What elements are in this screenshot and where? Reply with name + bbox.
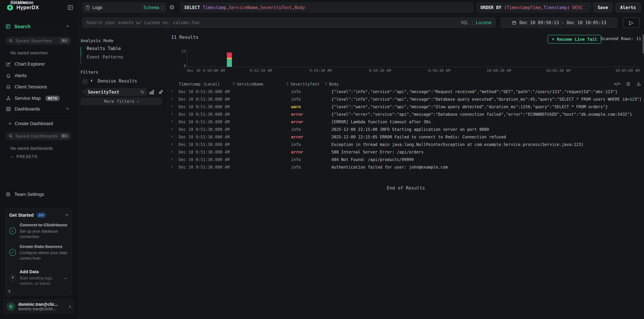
chevron-up-icon[interactable] [66, 25, 69, 28]
row-expand-icon[interactable] [170, 151, 172, 152]
expand-filter-icon[interactable] [82, 91, 84, 92]
gear-icon: ⚙ [6, 192, 10, 197]
download-icon[interactable] [636, 81, 641, 86]
severity-filter-field[interactable]: SeverityText [86, 88, 147, 96]
create-dashboard-button[interactable]: + Create Dashboard [0, 119, 79, 128]
scrollbar-thumb[interactable] [643, 34, 644, 54]
table-row[interactable]: Dec 10 9:51:30.000 AM info 2025-12-09 22… [168, 126, 644, 133]
sidebar-item-team-settings[interactable]: ⚙ Team Settings [0, 190, 79, 199]
sql-select-input[interactable]: SELECT Timestamp,ServiceName,SeverityTex… [180, 2, 473, 12]
save-button[interactable]: Save [593, 2, 612, 12]
severity-cell: info [291, 157, 330, 162]
gear-icon[interactable]: ⚙ [169, 4, 174, 10]
date-range-value: Dec 10 09:50:13 - Dec 10 10:05:13 [520, 20, 606, 25]
chevron-up-icon[interactable] [66, 214, 68, 217]
team-settings-label: Team Settings [14, 192, 44, 197]
date-range-picker[interactable]: Dec 10 09:50:13 - Dec 10 10:05:13 [500, 17, 618, 28]
table-row[interactable]: Dec 10 9:51:30.000 AM info 404 Not Found… [168, 156, 644, 163]
pin-icon[interactable] [158, 89, 164, 95]
histogram-bar[interactable] [227, 51, 232, 67]
row-expand-icon[interactable] [170, 128, 172, 130]
severity-cell: info [291, 97, 330, 102]
table-row[interactable]: Dec 10 9:51:30.000 AM error 2025-12-09 2… [168, 133, 644, 141]
profile-name: dominic.tran@clic... [18, 302, 69, 307]
header-label: ServiceName [237, 82, 264, 86]
row-expand-icon[interactable] [170, 98, 172, 100]
timestamp-cell: Dec 10 9:51:30.000 AM [179, 112, 234, 117]
table-row[interactable]: Dec 10 9:51:30.000 AM error [ERROR] Lamb… [168, 118, 644, 126]
denoise-checkbox[interactable] [83, 79, 87, 84]
drag-handle-icon[interactable]: ⠿ [325, 82, 327, 86]
log-table: Timestamp (Local) ⠿ ServiceName ⠿ Severi… [168, 80, 644, 171]
table-row[interactable]: Dec 10 9:51:30.000 AM info {"level":"inf… [168, 88, 644, 95]
help-button[interactable]: ? [5, 288, 14, 297]
severity-cell: info [291, 89, 330, 94]
order-by-input[interactable]: ORDER BY (TimestampTime, Timestamp) DESC [476, 2, 591, 12]
alerts-button[interactable]: Alerts [616, 2, 641, 12]
mode-sql[interactable]: SQL [460, 20, 468, 25]
sidebar-item-service-map[interactable]: Service Map BETA [0, 94, 79, 103]
more-filters-button[interactable]: More filters [80, 98, 162, 105]
get-started-item-add-data[interactable]: 3 Add Data Start sending logs, metrics, … [9, 269, 68, 286]
bar-chart-icon[interactable] [149, 89, 154, 95]
collapse-sidebar-icon[interactable] [67, 4, 74, 11]
get-started-item-sources[interactable]: ✓ Create Data Sources Configure where yo… [9, 244, 68, 261]
x-tick-mark [439, 67, 440, 68]
run-query-button[interactable]: ▷ [623, 17, 640, 28]
table-row[interactable]: Dec 10 9:51:30.000 AM warn {"level":"war… [168, 103, 644, 110]
row-expand-icon[interactable] [170, 166, 172, 168]
presets-toggle[interactable]: PRESETS [0, 153, 79, 161]
row-expand-icon[interactable] [170, 113, 172, 115]
row-expand-icon[interactable] [170, 90, 172, 92]
body-cell: 404 Not Found: /api/products/99999 [332, 157, 641, 162]
table-row[interactable]: Dec 10 9:51:30.000 AM info Authenticatio… [168, 163, 644, 171]
source-select[interactable]: Logs Schema [82, 2, 166, 12]
x-tick-label: 9:58:30 AM [428, 68, 450, 73]
table-header: Timestamp (Local) ⠿ ServiceName ⠿ Severi… [168, 80, 644, 88]
code-view-icon[interactable]: </> [614, 81, 620, 86]
step-number-badge: 3 [9, 274, 16, 281]
get-started-item-connect[interactable]: ✓ Connect to ClickHouse Set up your data… [9, 222, 68, 240]
row-expand-icon[interactable] [170, 135, 172, 137]
drag-handle-icon[interactable]: ⠿ [232, 82, 235, 86]
create-dashboard-label: Create Dashboard [14, 121, 53, 126]
task-title: Add Data [20, 269, 62, 275]
search-input[interactable]: Search your events w/ Lucene ex. column:… [82, 17, 496, 28]
sidebar-item-client-sessions[interactable]: Client Sessions [0, 82, 79, 91]
table-row[interactable]: Dec 10 9:51:30.000 AM info Exception in … [168, 141, 644, 148]
header-label: Body [329, 82, 339, 86]
header-body: ⠿ Body [325, 82, 339, 86]
sidebar-item-chart-explorer[interactable]: Chart Explorer [0, 59, 79, 69]
sidebar-item-alerts[interactable]: Alerts [0, 71, 79, 80]
mode-lucene[interactable]: Lucene [476, 20, 492, 25]
row-expand-icon[interactable] [170, 158, 172, 160]
search-icon[interactable] [140, 90, 145, 94]
user-profile[interactable]: D dominic.tran@clic... dominic.tran@clic… [3, 300, 74, 314]
histogram-plot[interactable] [187, 51, 640, 67]
saved-dashboards-input[interactable]: Saved Dashboards ⌘K [5, 132, 71, 140]
bar-segment-info [227, 59, 232, 67]
chevron-up-icon[interactable] [66, 108, 69, 110]
saved-searches-input[interactable]: Saved Searches ⌘K [5, 37, 71, 45]
drag-handle-icon[interactable]: ⠿ [286, 82, 289, 86]
x-tick-mark [189, 67, 189, 68]
sidebar-item-search[interactable]: Search [0, 22, 79, 31]
table-row[interactable]: Dec 10 9:51:30.000 AM error 500 Internal… [168, 148, 644, 156]
y-axis-max-label: 12 [176, 49, 186, 53]
schema-label: Schema [144, 5, 159, 10]
preset-link[interactable]: Kubernetes [10, 0, 34, 5]
row-expand-icon[interactable] [170, 120, 172, 122]
mode-results-table[interactable]: Results Table [87, 46, 121, 51]
body-cell: {"level":"error","service":"api","messag… [332, 112, 641, 117]
select-column: Body [294, 5, 305, 10]
mode-event-patterns[interactable]: Event Patterns [87, 54, 124, 59]
row-expand-icon[interactable] [170, 143, 172, 145]
more-filters-label: More filters [104, 99, 134, 104]
resume-live-tail-button[interactable]: Resume Live Tail [548, 35, 601, 44]
row-expand-icon[interactable] [170, 105, 172, 107]
table-row[interactable]: Dec 10 9:51:30.000 AM info {"level":"inf… [168, 95, 644, 103]
x-tick-label: 10:05:00 AM [615, 68, 640, 73]
sidebar-item-dashboards[interactable]: Dashboards [0, 104, 79, 114]
table-row[interactable]: Dec 10 9:51:30.000 AM error {"level":"er… [168, 110, 644, 118]
text-wrap-icon[interactable] [626, 81, 630, 86]
